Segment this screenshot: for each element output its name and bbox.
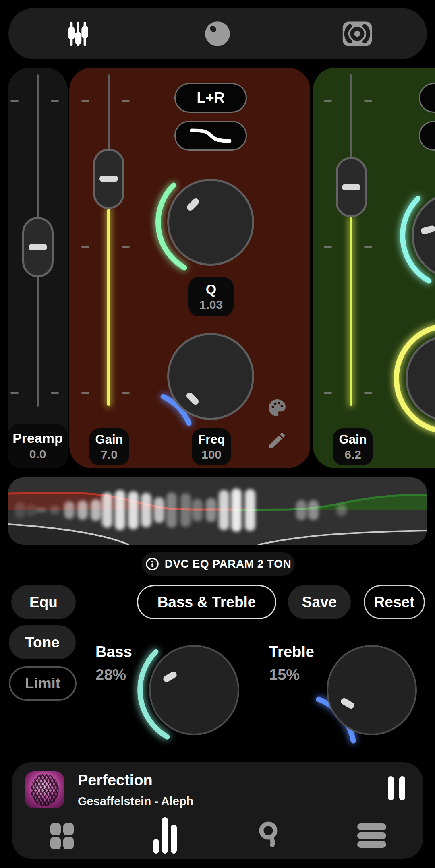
band2-q-knob-indicator bbox=[420, 225, 435, 235]
q-knob-indicator bbox=[186, 197, 201, 212]
limit-button[interactable]: Limit bbox=[9, 666, 77, 701]
tab-knob[interactable] bbox=[193, 14, 242, 54]
spectrum-bar bbox=[308, 500, 319, 520]
spectrum-bar bbox=[231, 488, 242, 532]
grid-icon bbox=[49, 820, 75, 851]
spectrum-bar bbox=[50, 506, 60, 515]
spectrum-bar bbox=[206, 498, 216, 522]
preset-selector[interactable]: DVC EQ PARAM 2 TON bbox=[142, 552, 295, 576]
spectrum-bar bbox=[180, 493, 191, 527]
preamp-label: Preamp bbox=[12, 430, 63, 446]
band1-freq-value: 100 bbox=[201, 447, 222, 462]
speaker-icon bbox=[340, 19, 375, 49]
treble-label: Treble bbox=[269, 643, 314, 661]
band1-freq-chip: Freq 100 bbox=[192, 428, 231, 465]
preset-name: DVC EQ PARAM 2 TON bbox=[165, 558, 291, 570]
knob-icon bbox=[202, 19, 233, 49]
spectrum-bar bbox=[77, 500, 88, 520]
channel-mode-label: L+R bbox=[197, 89, 224, 106]
save-button[interactable]: Save bbox=[288, 585, 351, 619]
album-art[interactable] bbox=[25, 771, 64, 808]
handle-grip bbox=[342, 184, 360, 190]
disco-ball-image bbox=[31, 774, 59, 806]
band2-gain-slider-handle[interactable] bbox=[336, 157, 367, 217]
reset-button[interactable]: Reset bbox=[364, 585, 425, 619]
bass-value: 28% bbox=[95, 666, 126, 684]
tab-equalizer[interactable] bbox=[54, 14, 102, 54]
spectrum-bar bbox=[141, 493, 151, 527]
bass-label: Bass bbox=[95, 643, 132, 661]
tone-button-label: Tone bbox=[25, 634, 60, 651]
search-icon bbox=[255, 819, 284, 852]
treble-knob[interactable] bbox=[327, 645, 417, 735]
band1-gain-value: 7.0 bbox=[101, 447, 118, 462]
save-button-label: Save bbox=[302, 594, 337, 611]
channel-mode-button[interactable]: L+R bbox=[174, 83, 247, 113]
tick bbox=[324, 100, 332, 102]
tone-button[interactable]: Tone bbox=[9, 625, 76, 659]
q-value: 1.03 bbox=[199, 298, 223, 312]
info-icon bbox=[145, 557, 159, 571]
spectrum-bar bbox=[102, 492, 112, 528]
treble-value: 15% bbox=[269, 666, 300, 684]
nav-menu[interactable] bbox=[354, 816, 390, 856]
equalizer-screen: Preamp 0.0 L+R Q 1.03 Gain 7.0 Freq 100 bbox=[0, 0, 435, 868]
nav-equalizer-active[interactable] bbox=[147, 816, 183, 856]
spectrum-bar bbox=[154, 497, 164, 523]
bass-treble-button[interactable]: Bass & Treble bbox=[137, 585, 276, 619]
q-knob[interactable] bbox=[167, 179, 254, 266]
pause-button[interactable] bbox=[383, 776, 409, 801]
freq-knob-indicator bbox=[185, 391, 200, 406]
spectrum-bar bbox=[36, 508, 46, 512]
tick bbox=[364, 246, 372, 248]
spectrum-bar bbox=[296, 500, 307, 520]
tick bbox=[51, 100, 59, 102]
bass-knob[interactable] bbox=[149, 645, 239, 735]
band1-gain-chip: Gain 7.0 bbox=[89, 428, 129, 465]
band1-gain-label: Gain bbox=[95, 432, 123, 447]
tick bbox=[122, 246, 130, 248]
spectrum-bar bbox=[336, 504, 347, 516]
spectrum-bar bbox=[166, 492, 177, 528]
lowpass-curve-icon bbox=[188, 126, 233, 145]
palette-icon[interactable] bbox=[266, 397, 288, 419]
filter-type-button[interactable] bbox=[174, 121, 247, 151]
tick bbox=[10, 392, 19, 394]
freq-knob[interactable] bbox=[167, 333, 254, 420]
pause-icon bbox=[399, 776, 405, 800]
tick bbox=[122, 100, 130, 102]
handle-grip bbox=[99, 176, 118, 182]
nav-library[interactable] bbox=[44, 816, 80, 856]
preamp-value: 0.0 bbox=[29, 447, 46, 462]
menu-list-icon bbox=[356, 820, 387, 851]
limit-button-label: Limit bbox=[25, 675, 60, 692]
equ-button-label: Equ bbox=[29, 594, 58, 611]
tick bbox=[81, 100, 89, 102]
spectrum-bar bbox=[245, 489, 255, 531]
treble-knob-indicator bbox=[340, 697, 355, 710]
band2-slider-glow bbox=[350, 217, 352, 406]
spectrum-bar bbox=[219, 490, 229, 530]
spectrum-bars bbox=[8, 477, 427, 545]
tick bbox=[364, 100, 372, 102]
tick bbox=[81, 392, 89, 394]
sliders-icon bbox=[63, 19, 93, 49]
bass-knob-indicator bbox=[162, 670, 178, 683]
edit-pencil-icon[interactable] bbox=[267, 430, 288, 451]
band1-gain-slider-handle[interactable] bbox=[93, 149, 124, 209]
track-title: Perfection bbox=[78, 772, 153, 789]
equ-button[interactable]: Equ bbox=[11, 585, 76, 619]
tab-speaker[interactable] bbox=[333, 14, 381, 54]
tick bbox=[324, 246, 332, 248]
band2-gain-chip: Gain 6.2 bbox=[333, 428, 373, 465]
spectrum-bar bbox=[15, 502, 25, 518]
preamp-value-chip: Preamp 0.0 bbox=[8, 424, 68, 468]
tick bbox=[10, 100, 19, 102]
nav-search[interactable] bbox=[251, 816, 288, 856]
q-value-chip: Q 1.03 bbox=[188, 277, 234, 316]
preamp-slider-handle[interactable] bbox=[22, 217, 54, 277]
tick bbox=[81, 246, 89, 248]
top-tab-bar bbox=[8, 8, 427, 59]
spectrum-bar bbox=[91, 499, 101, 521]
band1-freq-label: Freq bbox=[198, 432, 225, 447]
